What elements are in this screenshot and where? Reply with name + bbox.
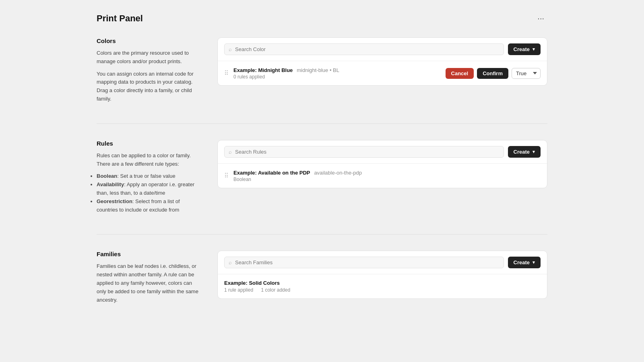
colors-toolbar: ⌕ Create ▾ xyxy=(218,38,547,61)
families-heading: Families xyxy=(97,251,201,257)
colors-search-input[interactable] xyxy=(235,46,500,52)
rules-bullet-boolean: Boolean: Set a true or false value xyxy=(97,172,201,181)
colors-create-label: Create xyxy=(514,46,530,52)
families-search-input[interactable] xyxy=(235,259,500,265)
colors-heading: Colors xyxy=(97,37,201,44)
rule-item-sub: Boolean xyxy=(233,177,541,182)
page-title: Print Panel xyxy=(97,13,143,24)
colors-search-icon: ⌕ xyxy=(229,46,232,52)
families-toolbar: ⌕ Create ▾ xyxy=(218,251,547,274)
color-item-name: Example: Midnight Blue xyxy=(233,67,293,73)
rules-bullets: Boolean: Set a true or false value Avail… xyxy=(97,172,201,214)
rules-search-icon: ⌕ xyxy=(229,149,232,155)
rules-heading: Rules xyxy=(97,140,201,147)
colors-search-box: ⌕ xyxy=(224,43,504,55)
rule-list-item: ⠿ Example: Available on the PDP availabl… xyxy=(218,164,547,188)
rules-list: ⠿ Example: Available on the PDP availabl… xyxy=(218,164,547,188)
families-list: Example: Solid Colors 1 rule applied 1 c… xyxy=(218,274,547,298)
drag-handle-icon[interactable]: ⠿ xyxy=(224,70,229,77)
families-search-icon: ⌕ xyxy=(229,259,232,265)
color-item-info: Example: Midnight Blue midnight-blue • B… xyxy=(233,67,441,80)
colors-desc-2: You can assign colors an internal code f… xyxy=(97,70,201,103)
families-panel: ⌕ Create ▾ Example: Solid Colors 1 rule … xyxy=(217,251,547,308)
families-create-button[interactable]: Create ▾ xyxy=(508,257,541,268)
colors-rules-divider xyxy=(97,123,547,124)
family-item-rules: 1 rule applied xyxy=(224,287,253,293)
families-panel-box: ⌕ Create ▾ Example: Solid Colors 1 rule … xyxy=(217,251,547,299)
rules-section: Rules Rules can be applied to a color or… xyxy=(97,140,547,234)
more-icon: ··· xyxy=(537,14,544,23)
colors-panel-box: ⌕ Create ▾ ⠿ Example: Midnight Blue midn… xyxy=(217,37,547,86)
color-confirm-button[interactable]: Confirm xyxy=(477,68,508,79)
rules-bullet-georestriction: Georestriction: Select from a list of co… xyxy=(97,197,201,214)
rules-create-label: Create xyxy=(514,149,530,155)
colors-create-button[interactable]: Create ▾ xyxy=(508,43,541,55)
family-list-item: Example: Solid Colors 1 rule applied 1 c… xyxy=(218,274,547,298)
rules-create-button[interactable]: Create ▾ xyxy=(508,146,541,158)
rules-panel: ⌕ Create ▾ ⠿ Example: Available on the P… xyxy=(217,140,547,218)
families-desc-1: Families can be leaf nodes i.e. childles… xyxy=(97,262,201,304)
rule-drag-handle-icon[interactable]: ⠿ xyxy=(224,172,229,179)
color-item-actions: Cancel Confirm True False xyxy=(446,68,541,79)
rule-item-code: available-on-the-pdp xyxy=(314,170,362,176)
rule-item-name: Example: Available on the PDP xyxy=(233,170,310,176)
family-item-meta: 1 rule applied 1 color added xyxy=(224,287,541,293)
rules-bullet-availability-key: Availability xyxy=(97,181,124,187)
rules-search-input[interactable] xyxy=(235,149,500,155)
rules-bullet-availability: Availability: Apply an operator i.e. gre… xyxy=(97,181,201,197)
color-item-code: midnight-blue • BL xyxy=(297,67,339,73)
color-list-item: ⠿ Example: Midnight Blue midnight-blue •… xyxy=(218,61,547,85)
rules-families-divider xyxy=(97,234,547,234)
rules-bullet-geo-key: Georestriction xyxy=(97,198,132,204)
rules-desc-1: Rules can be applied to a color or famil… xyxy=(97,152,201,169)
colors-panel: ⌕ Create ▾ ⠿ Example: Midnight Blue midn… xyxy=(217,37,547,107)
rules-panel-box: ⌕ Create ▾ ⠿ Example: Available on the P… xyxy=(217,140,547,188)
families-create-label: Create xyxy=(514,259,530,265)
color-item-sub: 0 rules applied xyxy=(233,74,441,80)
family-item-name: Example: Solid Colors xyxy=(224,280,541,286)
families-create-chevron: ▾ xyxy=(533,260,535,265)
rules-bullet-boolean-key: Boolean xyxy=(97,173,117,179)
family-item-colors: 1 color added xyxy=(261,287,290,293)
colors-section: Colors Colors are the primary resource u… xyxy=(97,37,547,123)
rule-item-info: Example: Available on the PDP available-… xyxy=(233,169,541,182)
families-description: Families Families can be leaf nodes i.e.… xyxy=(97,251,201,308)
rules-search-box: ⌕ xyxy=(224,146,504,158)
families-search-box: ⌕ xyxy=(224,257,504,268)
color-true-select[interactable]: True False xyxy=(512,68,541,79)
more-options-button[interactable]: ··· xyxy=(534,12,547,25)
families-section: Families Families can be leaf nodes i.e.… xyxy=(97,251,547,324)
colors-description: Colors Colors are the primary resource u… xyxy=(97,37,201,107)
colors-desc-1: Colors are the primary resource used to … xyxy=(97,49,201,66)
colors-create-chevron: ▾ xyxy=(533,47,535,52)
rules-toolbar: ⌕ Create ▾ xyxy=(218,140,547,164)
colors-list: ⠿ Example: Midnight Blue midnight-blue •… xyxy=(218,61,547,85)
color-cancel-button[interactable]: Cancel xyxy=(446,68,474,79)
rules-bullet-boolean-val: : Set a true or false value xyxy=(117,173,175,179)
rules-description: Rules Rules can be applied to a color or… xyxy=(97,140,201,218)
rules-create-chevron: ▾ xyxy=(533,149,535,154)
